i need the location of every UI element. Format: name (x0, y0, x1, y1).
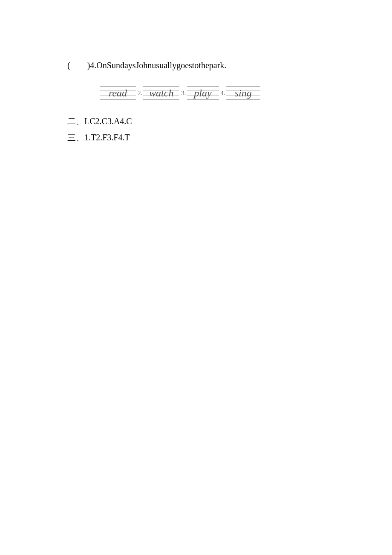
section2-text: LC2.C3.A4.C (84, 116, 132, 126)
section3-label: 三、 (67, 133, 84, 142)
handwriting-word-4: sing (232, 87, 254, 99)
handwriting-item-3: 3. play (179, 84, 219, 102)
handwriting-word-2: watch (147, 87, 176, 99)
handwriting-item-1: read (97, 84, 136, 102)
handwriting-row: read 2. watch 3. (67, 84, 325, 102)
answer-section-2: 二、LC2.C3.A4.C (67, 113, 325, 129)
handwriting-box-4: sing (226, 84, 260, 102)
question-line: ()4.OnSundaysJohnusuallygoestothepark. (67, 59, 325, 72)
answer-section-3: 三、1.T2.F3.F4.T (67, 130, 325, 145)
ruled-line (226, 99, 260, 100)
section2-label: 二、 (67, 116, 84, 126)
question-number: 4. (90, 61, 96, 70)
handwriting-word-1: read (106, 87, 130, 99)
handwriting-num-4: 4. (221, 90, 225, 97)
paren-open: ( (67, 59, 70, 72)
document-page: ()4.OnSundaysJohnusuallygoestothepark. r… (0, 0, 325, 145)
handwriting-box-3: play (187, 84, 219, 102)
ruled-line (187, 99, 219, 100)
handwriting-box-1: read (100, 84, 136, 102)
ruled-line (100, 99, 136, 100)
ruled-line (143, 99, 179, 100)
question-text: OnSundaysJohnusuallygoestothepark. (96, 61, 226, 70)
handwriting-item-4: 4. sing (219, 84, 260, 102)
handwriting-num-3: 3. (181, 90, 186, 97)
handwriting-item-2: 2. watch (136, 84, 179, 102)
handwriting-word-3: play (191, 87, 214, 99)
handwriting-num-2: 2. (138, 90, 142, 97)
handwriting-box-2: watch (143, 84, 179, 102)
section3-text: 1.T2.F3.F4.T (84, 133, 130, 142)
